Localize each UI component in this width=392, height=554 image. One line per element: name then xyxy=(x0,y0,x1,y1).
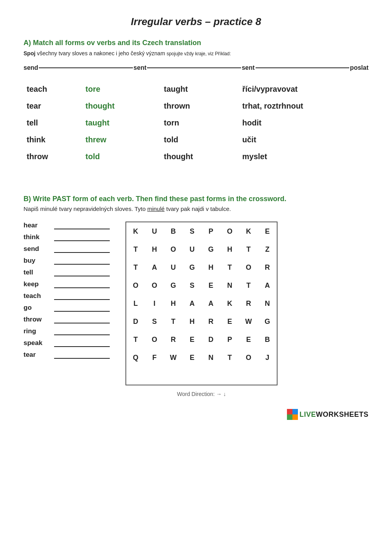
crossword-cell: A xyxy=(258,276,277,294)
crossword-cell: A xyxy=(183,294,201,312)
answer-line[interactable] xyxy=(54,246,110,253)
verb-label: ring xyxy=(24,327,51,335)
crossword-cell: Z xyxy=(258,240,277,258)
crossword-cell: U xyxy=(164,258,183,276)
crossword-cell: E xyxy=(239,331,258,349)
answer-line[interactable] xyxy=(54,328,110,335)
verb-list-item: ring xyxy=(24,327,110,335)
crossword-cell: I xyxy=(145,294,164,312)
crossword-cell: T xyxy=(126,240,145,258)
verb-cell: učit xyxy=(239,131,357,148)
footer-brand: LIVE xyxy=(299,411,316,418)
verb-label: go xyxy=(24,304,51,312)
verb-list-item: hear xyxy=(24,222,110,229)
crossword-cell: S xyxy=(183,222,201,240)
crossword-cell: J xyxy=(258,349,277,367)
line-1 xyxy=(39,67,132,68)
verb-label: send xyxy=(24,245,51,253)
verb-label: keep xyxy=(24,280,51,288)
verb-cell: trhat, roztrhnout xyxy=(239,98,357,114)
verb-cell: říci/vypravovat xyxy=(239,81,357,98)
answer-line[interactable] xyxy=(54,340,110,347)
verb-list-item: think xyxy=(24,233,110,241)
footer-brand-2: WORKSHEETS xyxy=(316,411,368,418)
crossword-cell: H xyxy=(201,258,220,276)
crossword-cell: P xyxy=(220,331,239,349)
crossword-cell: R xyxy=(258,258,277,276)
crossword-cell: O xyxy=(145,276,164,294)
answer-line[interactable] xyxy=(54,222,110,229)
crossword-cell: H xyxy=(164,294,183,312)
crossword-cell: E xyxy=(183,331,201,349)
crossword-section: KUBSPOKETHOUGHTZTAUGHTOROOGSENTALIHAAKRN… xyxy=(125,222,278,397)
verb-cell: thought xyxy=(161,148,239,165)
crossword-cell: R xyxy=(164,331,183,349)
verb-cell: myslet xyxy=(239,148,357,165)
verb-label: tear xyxy=(24,351,51,359)
crossword-cell: T xyxy=(220,258,239,276)
verb-list-item: throw xyxy=(24,316,110,323)
answer-line[interactable] xyxy=(54,316,110,323)
crossword-cell: T xyxy=(239,240,258,258)
section-b-subtitle: Napiš minulé tvary nepravidelných sloves… xyxy=(24,205,368,212)
verb-list-item: buy xyxy=(24,257,110,265)
crossword-cell: E xyxy=(220,312,239,331)
crossword-cell: G xyxy=(183,258,201,276)
crossword-cell: S xyxy=(145,312,164,331)
answer-line[interactable] xyxy=(54,234,110,241)
verb-cell: thrown xyxy=(161,98,239,114)
answer-line[interactable] xyxy=(54,293,110,300)
crossword-cell: O xyxy=(145,331,164,349)
crossword-cell: T xyxy=(239,276,258,294)
answer-line[interactable] xyxy=(54,269,110,276)
crossword-cell: K xyxy=(126,222,145,240)
crossword-cell: D xyxy=(126,312,145,331)
verb-cell: teach xyxy=(24,81,82,98)
logo-box xyxy=(287,409,298,420)
verb-cell: hodit xyxy=(239,114,357,131)
crossword-cell: E xyxy=(201,276,220,294)
crossword-cell: T xyxy=(126,331,145,349)
verb-label: teach xyxy=(24,292,51,300)
crossword-cell: W xyxy=(164,349,183,367)
footer: LIVEWORKSHEETS xyxy=(24,409,368,420)
answer-line[interactable] xyxy=(54,258,110,265)
crossword-cell: F xyxy=(145,349,164,367)
crossword-cell: A xyxy=(201,294,220,312)
crossword-cell: S xyxy=(183,276,201,294)
verb-list-item: go xyxy=(24,304,110,312)
section-a-subtitle: Spoj všechny tvary sloves a nakonec i je… xyxy=(24,50,368,56)
verb-label: tell xyxy=(24,269,51,276)
verb-cell: throw xyxy=(24,148,82,165)
answer-line[interactable] xyxy=(54,281,110,288)
verb-cell: tear xyxy=(24,98,82,114)
example-word-3: sent xyxy=(242,64,255,71)
verb-cell: told xyxy=(161,131,239,148)
crossword-cell: H xyxy=(220,240,239,258)
example-word-4: poslat xyxy=(350,64,368,71)
crossword-cell: D xyxy=(201,331,220,349)
footer-logo: LIVEWORKSHEETS xyxy=(287,409,368,420)
verb-cell: torn xyxy=(161,114,239,131)
crossword-cell: K xyxy=(239,222,258,240)
crossword-cell: R xyxy=(239,294,258,312)
footer-text: LIVEWORKSHEETS xyxy=(299,411,368,419)
verb-label: speak xyxy=(24,339,51,347)
crossword-cell: U xyxy=(183,240,201,258)
verb-list-item: teach xyxy=(24,292,110,300)
crossword-cell: O xyxy=(220,222,239,240)
crossword-cell: O xyxy=(126,276,145,294)
verb-label: hear xyxy=(24,222,51,229)
answer-line[interactable] xyxy=(54,352,110,359)
verb-list-item: tear xyxy=(24,351,110,359)
crossword-cell: O xyxy=(239,258,258,276)
verb-list: hearthinksendbuytellkeepteachgothrowring… xyxy=(24,222,110,397)
verb-cell: taught xyxy=(82,114,161,131)
crossword-cell: T xyxy=(126,258,145,276)
crossword-cell: H xyxy=(183,312,201,331)
example-row: send sent sent poslat xyxy=(24,64,368,71)
crossword-cell: H xyxy=(145,240,164,258)
verb-cell: threw xyxy=(82,131,161,148)
crossword-cell: N xyxy=(258,294,277,312)
answer-line[interactable] xyxy=(54,305,110,312)
